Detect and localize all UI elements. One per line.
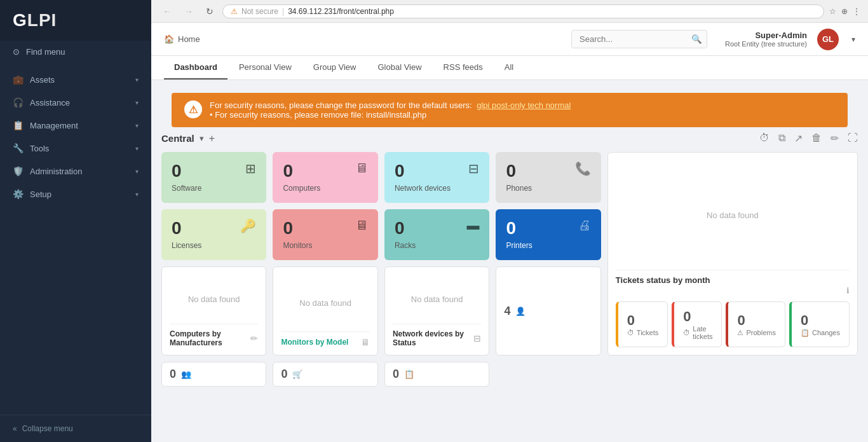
alert-content: For security reasons, please change the …	[210, 100, 571, 120]
history-icon[interactable]: ⏱	[759, 132, 770, 144]
back-button[interactable]: ←	[159, 5, 175, 18]
stat-card-printers[interactable]: 🖨 0 Printers	[496, 209, 600, 260]
url-separator: |	[282, 7, 284, 16]
dashboard-title-area: Central ▾ +	[161, 133, 215, 144]
setup-arrow-icon: ▾	[135, 191, 139, 198]
tab-all[interactable]: All	[494, 56, 524, 79]
phones-icon: 📞	[575, 161, 591, 176]
printers-label: Printers	[506, 241, 590, 250]
alert-message1: For security reasons, please change the …	[210, 100, 472, 110]
monitors-model-no-data: No data found	[281, 275, 369, 331]
count1-number: 4	[504, 305, 510, 318]
stat-card-network[interactable]: ⊟ 0 Network devices	[384, 152, 489, 203]
bottom-count-2: 0 👥	[161, 362, 266, 387]
stat-card-racks[interactable]: ▬ 0 Racks	[384, 209, 489, 260]
tools-icon: 🔧	[13, 143, 24, 153]
late-tickets-count: 0	[683, 308, 712, 325]
bottom-stat-late-tickets: 0 ⏱ Late tickets	[672, 301, 722, 347]
computers-mfr-no-data: No data found	[170, 275, 258, 324]
user-dropdown-icon[interactable]: ▾	[851, 35, 855, 44]
monitors-by-model-panel: No data found Monitors by Model 🖥	[273, 266, 377, 356]
stat-card-licenses[interactable]: 🔑 0 Licenses	[161, 209, 266, 260]
printers-icon: 🖨	[578, 218, 591, 233]
sidebar-item-assistance[interactable]: 🎧 Assistance ▾	[0, 91, 151, 114]
network-icon: ⊟	[468, 161, 479, 176]
user-name: Super-Admin	[725, 31, 807, 40]
home-link[interactable]: Home	[178, 34, 200, 44]
network-status-footer: Network devices by Status ⊟	[393, 324, 481, 347]
user-avatar[interactable]: GL	[817, 29, 839, 50]
network-label: Network devices	[395, 184, 479, 193]
bottom-stat-problems: 0 ⚠ Problems	[726, 301, 785, 347]
assets-icon: 💼	[13, 74, 24, 85]
alert-icon: ⚠	[184, 100, 202, 118]
tickets-icon: ⏱	[627, 329, 634, 336]
bookmark-icon[interactable]: ☆	[829, 7, 836, 16]
monitors-model-footer: Monitors by Model 🖥	[281, 331, 369, 347]
software-label: Software	[172, 184, 256, 193]
tab-personal-view[interactable]: Personal View	[229, 56, 302, 79]
tab-dashboard[interactable]: Dashboard	[164, 56, 227, 79]
software-icon: ⊞	[245, 161, 256, 176]
sidebar-nav: 💼 Assets ▾ 🎧 Assistance ▾ 📋 Management ▾…	[0, 63, 151, 415]
stat-card-computers[interactable]: 🖥 0 Computers	[273, 152, 377, 203]
forward-button[interactable]: →	[180, 5, 197, 18]
alert-links[interactable]: glpi post-only tech normal	[477, 100, 571, 110]
monitors-model-icon[interactable]: 🖥	[361, 337, 370, 347]
url-text: 34.69.112.231/front/central.php	[288, 7, 394, 16]
sidebar-item-administration[interactable]: 🛡️ Administration ▾	[0, 160, 151, 183]
count2-number: 0	[170, 368, 176, 381]
info-icon: ℹ	[846, 286, 850, 295]
stat-card-monitors[interactable]: 🖥 0 Monitors	[273, 209, 377, 260]
licenses-icon: 🔑	[240, 218, 256, 233]
search-button[interactable]: 🔍	[691, 34, 702, 44]
browser-actions: ☆ ⊕ ⋮	[829, 7, 860, 16]
dashboard-add-button[interactable]: +	[209, 133, 215, 144]
count4-icon: 📋	[404, 369, 414, 379]
management-arrow-icon: ▾	[135, 122, 139, 129]
search-input[interactable]	[571, 30, 707, 48]
tab-global-view[interactable]: Global View	[367, 56, 431, 79]
find-menu[interactable]: ⊙ Find menu	[0, 41, 151, 63]
extensions-icon[interactable]: ⊕	[841, 7, 848, 16]
alert-message2: For security reasons, please remove file…	[215, 110, 426, 120]
alert-line2: • For security reasons, please remove fi…	[210, 110, 571, 120]
assistance-icon: 🎧	[13, 97, 24, 107]
breadcrumb: 🏠 Home	[164, 34, 200, 44]
tools-arrow-icon: ▾	[135, 145, 139, 152]
right-main-panel: No data found Tickets status by month ℹ …	[607, 152, 858, 356]
fullscreen-icon[interactable]: ⛶	[848, 132, 858, 144]
sidebar-item-tools[interactable]: 🔧 Tools ▾	[0, 137, 151, 160]
delete-icon[interactable]: 🗑	[811, 132, 822, 144]
edit-icon[interactable]: ✏	[831, 132, 839, 144]
tab-group-view[interactable]: Group View	[303, 56, 367, 79]
copy-icon[interactable]: ⧉	[778, 132, 785, 144]
sidebar-item-assets[interactable]: 💼 Assets ▾	[0, 68, 151, 91]
problems-count: 0	[737, 312, 775, 329]
menu-icon[interactable]: ⋮	[853, 7, 860, 16]
network-status-icon[interactable]: ⊟	[473, 333, 481, 343]
stat-card-software[interactable]: ⊞ 0 Software	[161, 152, 266, 203]
network-status-title: Network devices by Status	[393, 329, 473, 347]
tab-rss-feeds[interactable]: RSS feeds	[433, 56, 493, 79]
management-icon: 📋	[13, 120, 24, 130]
stat-card-phones[interactable]: 📞 0 Phones	[496, 152, 600, 203]
count1-icon: 👤	[515, 307, 526, 316]
collapse-menu-button[interactable]: « Collapse menu	[0, 415, 151, 442]
sidebar-item-management[interactable]: 📋 Management ▾	[0, 114, 151, 137]
sidebar: GLPI ⊙ Find menu 💼 Assets ▾ 🎧 Assistance…	[0, 0, 151, 442]
sidebar-item-setup[interactable]: ⚙️ Setup ▾	[0, 183, 151, 205]
computers-mfr-edit-icon[interactable]: ✏	[250, 333, 258, 343]
dashboard-dropdown-icon[interactable]: ▾	[200, 134, 204, 143]
administration-arrow-icon: ▾	[135, 168, 139, 175]
not-secure-text: Not secure	[241, 7, 278, 16]
computers-mfr-footer: Computers by Manufacturers ✏	[170, 324, 258, 347]
count4-number: 0	[393, 368, 399, 381]
tab-bar: Dashboard Personal View Group View Globa…	[151, 56, 868, 80]
network-status-no-data: No data found	[393, 275, 481, 324]
url-bar[interactable]: ⚠ Not secure | 34.69.112.231/front/centr…	[222, 4, 824, 18]
search-wrapper: 🔍	[571, 30, 707, 48]
assets-arrow-icon: ▾	[135, 76, 139, 83]
share-icon[interactable]: ↗	[794, 132, 803, 144]
reload-button[interactable]: ↻	[202, 5, 217, 18]
